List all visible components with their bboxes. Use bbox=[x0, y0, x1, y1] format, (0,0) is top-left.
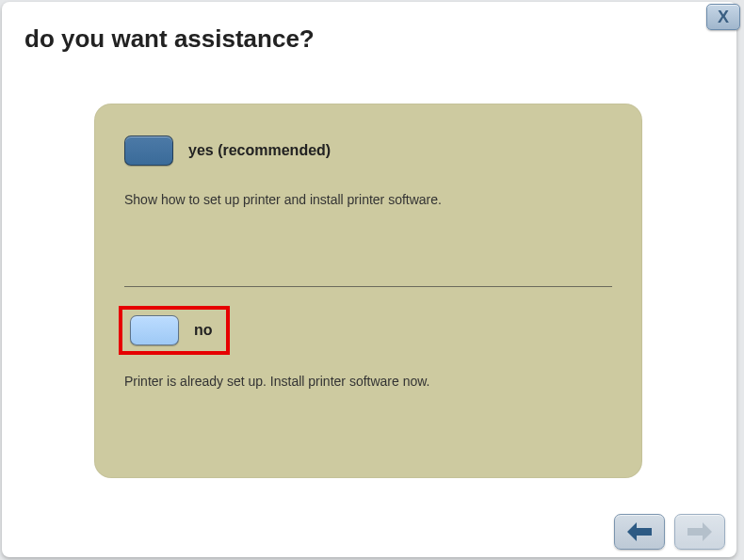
dialog-title: do you want assistance? bbox=[2, 2, 736, 54]
option-yes-row: yes (recommended) bbox=[124, 136, 612, 166]
option-no-highlight: no bbox=[119, 306, 230, 355]
option-no-description: Printer is already set up. Install print… bbox=[124, 374, 612, 389]
option-no-label: no bbox=[194, 322, 213, 339]
option-yes-label: yes (recommended) bbox=[188, 142, 331, 159]
option-no-button[interactable] bbox=[130, 315, 179, 345]
nav-buttons bbox=[614, 514, 725, 550]
close-button[interactable]: X bbox=[706, 4, 740, 30]
back-button[interactable] bbox=[614, 514, 665, 550]
next-button[interactable] bbox=[674, 514, 725, 550]
close-icon: X bbox=[718, 8, 729, 25]
option-yes-button[interactable] bbox=[124, 136, 173, 166]
arrow-right-icon bbox=[687, 522, 712, 541]
options-divider bbox=[124, 286, 612, 287]
dialog-window: X do you want assistance? yes (recommend… bbox=[2, 2, 736, 557]
option-yes-description: Show how to set up printer and install p… bbox=[124, 192, 612, 207]
options-panel: yes (recommended) Show how to set up pri… bbox=[94, 104, 642, 478]
arrow-left-icon bbox=[627, 522, 652, 541]
